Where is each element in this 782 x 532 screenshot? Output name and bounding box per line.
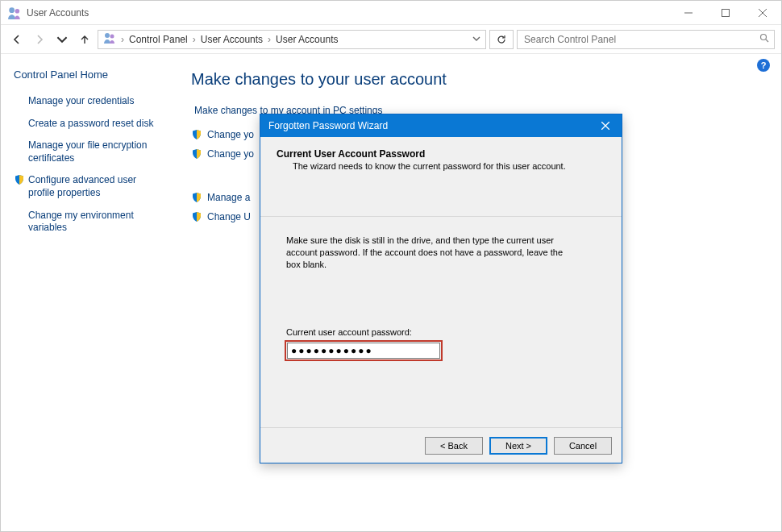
- shield-icon: [14, 174, 25, 185]
- user-accounts-icon: [7, 6, 22, 20]
- svg-point-5: [761, 35, 767, 40]
- sidebar-item-label: Configure advanced user profile properti…: [28, 174, 157, 199]
- svg-point-3: [105, 33, 110, 38]
- svg-point-0: [9, 7, 15, 13]
- sidebar-link-advanced-profile[interactable]: Configure advanced user profile properti…: [14, 174, 157, 199]
- sidebar-item-label: Manage your credentials: [28, 95, 134, 108]
- password-field-label: Current user account password:: [260, 271, 622, 340]
- shield-icon: [191, 129, 202, 140]
- task-link-label: Manage a: [207, 192, 250, 203]
- forgotten-password-wizard: Forgotten Password Wizard Current User A…: [260, 114, 622, 463]
- chevron-right-icon: ›: [121, 34, 124, 45]
- forward-button[interactable]: [30, 30, 49, 49]
- shield-icon: [191, 148, 202, 160]
- wizard-button-row: < Back Next > Cancel: [260, 427, 622, 463]
- up-button[interactable]: [75, 30, 94, 49]
- search-box[interactable]: [517, 30, 775, 49]
- search-input[interactable]: [522, 33, 759, 46]
- back-button[interactable]: < Back: [425, 437, 483, 455]
- shield-icon: [191, 211, 202, 222]
- back-button[interactable]: [7, 30, 27, 49]
- breadcrumb[interactable]: Control Panel: [129, 34, 188, 45]
- wizard-titlebar[interactable]: Forgotten Password Wizard: [260, 114, 622, 137]
- sidebar-link-env-vars[interactable]: Change my environment variables: [14, 210, 157, 235]
- help-icon[interactable]: ?: [757, 59, 770, 72]
- breadcrumb[interactable]: User Accounts: [276, 34, 338, 45]
- close-button[interactable]: [744, 1, 781, 24]
- chevron-right-icon: ›: [268, 34, 271, 45]
- password-input[interactable]: [287, 343, 440, 359]
- refresh-button[interactable]: [489, 30, 514, 49]
- window-titlebar: User Accounts: [1, 1, 781, 25]
- password-field-highlight: [285, 340, 443, 361]
- svg-point-1: [15, 8, 20, 13]
- page-title: Make changes to your user account: [191, 70, 760, 89]
- sidebar-link-reset-disk[interactable]: Create a password reset disk: [14, 118, 157, 131]
- wizard-title: Forgotten Password Wizard: [268, 120, 388, 131]
- sidebar-link-encryption[interactable]: Manage your file encryption certificates: [14, 139, 157, 164]
- svg-point-4: [110, 35, 114, 39]
- sidebar-item-label: Manage your file encryption certificates: [28, 139, 157, 164]
- cancel-button[interactable]: Cancel: [554, 437, 612, 455]
- wizard-instruction: Make sure the disk is still in the drive…: [260, 217, 622, 271]
- navigation-bar: › Control Panel › User Accounts › User A…: [1, 25, 781, 54]
- wizard-close-button[interactable]: [589, 114, 622, 137]
- shield-icon: [191, 192, 202, 203]
- minimize-button[interactable]: [670, 1, 707, 24]
- chevron-right-icon: ›: [193, 34, 196, 45]
- breadcrumb[interactable]: User Accounts: [201, 34, 263, 45]
- chevron-down-icon[interactable]: [472, 34, 480, 45]
- task-link-label: Change U: [207, 211, 251, 222]
- svg-rect-2: [722, 9, 730, 16]
- sidebar-item-label: Create a password reset disk: [28, 118, 153, 131]
- wizard-body: Current User Account Password The wizard…: [260, 137, 622, 427]
- sidebar-item-label: Change my environment variables: [28, 210, 157, 235]
- recent-locations-dropdown[interactable]: [52, 30, 72, 49]
- address-bar[interactable]: › Control Panel › User Accounts › User A…: [98, 30, 486, 49]
- sidebar: Control Panel Home Manage your credentia…: [1, 54, 170, 531]
- sidebar-link-credentials[interactable]: Manage your credentials: [14, 95, 157, 108]
- window-title: User Accounts: [27, 7, 89, 19]
- maximize-button[interactable]: [707, 1, 744, 24]
- task-link-label: Change yo: [207, 148, 254, 160]
- wizard-heading: Current User Account Password: [260, 148, 622, 160]
- task-link-label: Change yo: [207, 129, 254, 140]
- control-panel-home-link[interactable]: Control Panel Home: [14, 69, 157, 81]
- search-icon: [759, 33, 769, 45]
- next-button[interactable]: Next >: [489, 437, 547, 455]
- user-accounts-icon: [103, 31, 116, 47]
- wizard-subheading: The wizard needs to know the current pas…: [260, 160, 622, 171]
